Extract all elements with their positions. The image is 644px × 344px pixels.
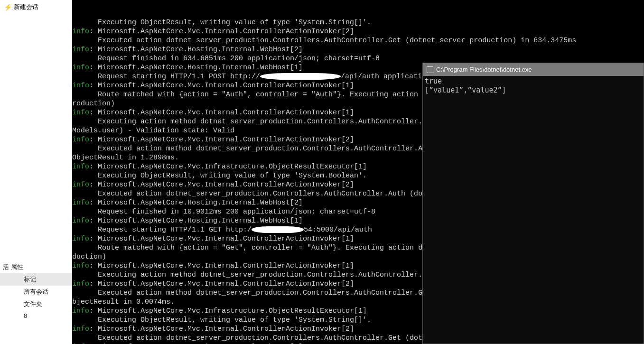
lightning-icon: ⚡ <box>4 3 12 11</box>
redaction <box>260 73 341 80</box>
sidebar-item-0[interactable]: 标记 <box>0 273 72 286</box>
popup-body: true [”value1”,”value2”] <box>423 76 644 96</box>
popup-titlebar[interactable]: C:\Program Files\dotnet\dotnet.exe <box>423 63 644 76</box>
log-line: info: Microsoft.AspNetCore.Hosting.Inter… <box>72 45 644 54</box>
sidebar-item-1[interactable]: 所有会话 <box>0 286 72 298</box>
new-session-label: 新建会话 <box>14 3 38 11</box>
log-line: Request finished in 634.6851ms 200 appli… <box>72 54 644 63</box>
sidebar: ⚡ 新建会话 活 属性 标记所有会话文件夹8 <box>0 0 72 344</box>
popup-window[interactable]: C:\Program Files\dotnet\dotnet.exe true … <box>422 63 644 344</box>
redaction <box>252 226 304 233</box>
console-icon <box>427 66 433 73</box>
popup-title: C:\Program Files\dotnet\dotnet.exe <box>436 66 532 73</box>
sidebar-item-2[interactable]: 文件夹 <box>0 298 72 310</box>
sidebar-section-header: 活 属性 <box>0 261 72 273</box>
new-session-button[interactable]: ⚡ 新建会话 <box>0 0 72 14</box>
log-line: info: Microsoft.AspNetCore.Mvc.Internal.… <box>72 27 644 36</box>
sidebar-item-3[interactable]: 8 <box>0 310 72 321</box>
log-line: Executing ObjectResult, writing value of… <box>72 18 644 27</box>
log-line: Executed action dotnet_server_production… <box>72 36 644 45</box>
